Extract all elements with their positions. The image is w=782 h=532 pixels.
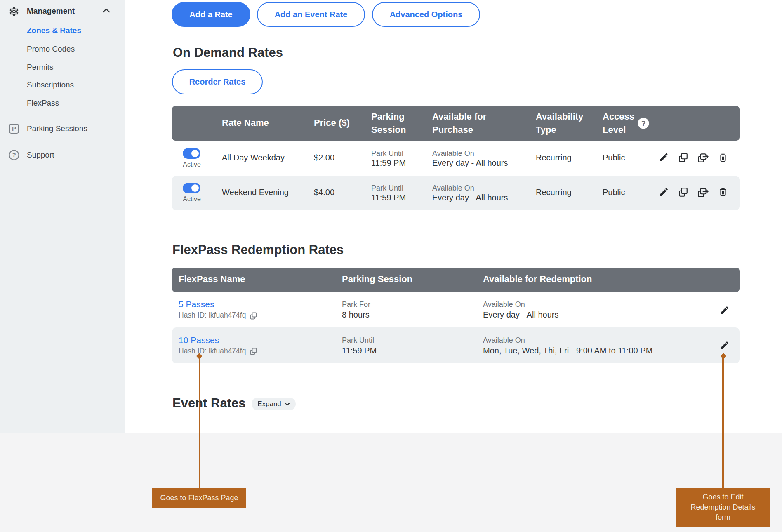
svg-text:?: ?	[641, 119, 646, 128]
svg-text:P: P	[12, 125, 16, 132]
svg-text:?: ?	[12, 151, 16, 158]
